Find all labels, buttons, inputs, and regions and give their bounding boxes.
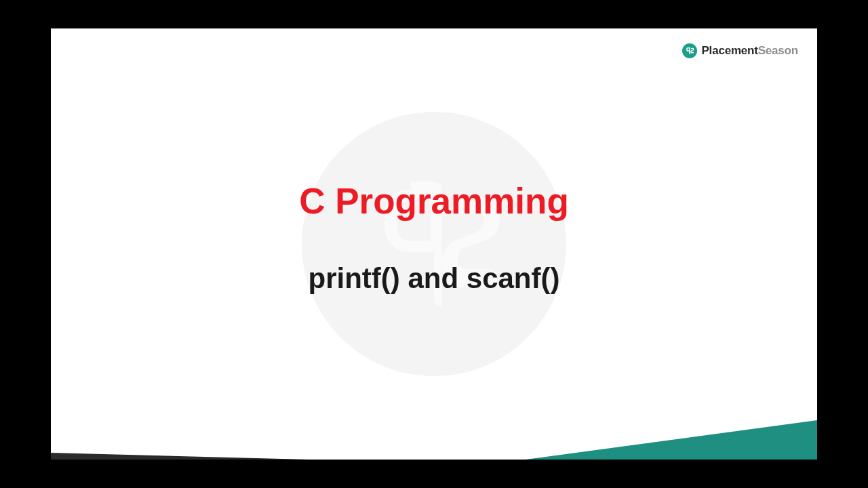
slide: PlacementSeason C Programming printf() a… xyxy=(51,28,817,460)
slide-content: C Programming printf() and scanf() xyxy=(51,28,817,460)
decor-triangle-bottom-right xyxy=(526,420,817,460)
slide-subtitle: printf() and scanf() xyxy=(309,262,560,295)
slide-title: C Programming xyxy=(299,180,569,222)
decor-triangle-bottom-left xyxy=(51,453,309,460)
